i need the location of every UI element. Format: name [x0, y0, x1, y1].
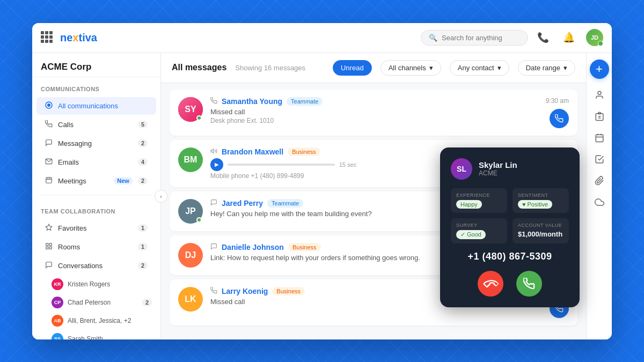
svg-rect-10	[46, 247, 48, 249]
right-sidebar: +	[586, 53, 612, 339]
filter-unread-btn[interactable]: Unread	[333, 60, 372, 76]
sub-item-kristen[interactable]: KR Kristen Rogers	[32, 275, 160, 293]
all-comms-label: All communications	[58, 102, 148, 110]
bell-icon[interactable]: 🔔	[560, 29, 577, 46]
messaging-label: Messaging	[58, 139, 133, 147]
larry-type-icon	[210, 287, 217, 295]
brandon-play-btn[interactable]: ▶	[210, 158, 223, 171]
favorites-label: Favorites	[58, 224, 133, 232]
search-icon: 🔍	[429, 34, 437, 42]
sidebar-item-all-communications[interactable]: All communications	[36, 97, 156, 115]
user-avatar-nav[interactable]: JD	[586, 29, 603, 46]
conversations-label: Conversations	[58, 262, 133, 270]
phone-icon[interactable]: 📞	[535, 29, 552, 46]
popup-decline-btn[interactable]	[478, 271, 503, 297]
samantha-online-dot	[196, 115, 202, 121]
sarah-label: Sarah Smith	[68, 335, 103, 339]
sidebar-account-name: ACME Corp	[32, 53, 160, 77]
svg-marker-7	[46, 224, 52, 230]
cloud-icon-btn[interactable]	[590, 193, 609, 212]
all-comms-icon	[45, 101, 53, 110]
popup-phone: +1 (480) 867-5309	[451, 251, 569, 262]
sidebar-item-messaging[interactable]: Messaging 2	[36, 135, 156, 152]
sidebar-collapse-btn[interactable]: ‹	[155, 190, 167, 203]
sidebar-item-favorites[interactable]: Favorites 1	[36, 219, 156, 237]
sidebar-item-conversations[interactable]: Conversations 2	[36, 257, 156, 275]
team-collab-section-title: Team collaboration	[32, 200, 160, 219]
grid-menu-icon[interactable]	[41, 31, 54, 44]
clipboard-icon-btn[interactable]	[590, 107, 609, 126]
jared-type-icon	[210, 199, 217, 208]
filter-contact-btn[interactable]: Any contact ▾	[450, 60, 509, 76]
danielle-avatar: DJ	[178, 243, 203, 268]
sidebar-item-rooms[interactable]: Rooms 1	[36, 238, 156, 256]
jared-online-dot	[196, 217, 202, 223]
danielle-type-icon	[210, 243, 217, 252]
add-btn[interactable]: +	[590, 60, 609, 79]
sarah-avatar: SS	[52, 333, 63, 339]
popup-actions	[451, 271, 569, 297]
larry-name: Larry Koenig	[222, 287, 268, 295]
popup-sentiment-label: SENTIMENT	[518, 193, 564, 198]
popup-survey-value: ✓ Good	[456, 230, 502, 239]
content-header: All messages Showing 16 messages Unread …	[161, 53, 586, 83]
popup-user-info: Skylar Lin ACME	[479, 160, 517, 177]
filter-contact-label: Any contact	[458, 64, 494, 72]
search-input[interactable]	[442, 34, 520, 42]
showing-count: Showing 16 messages	[235, 64, 305, 72]
checklist-icon-btn[interactable]	[590, 150, 609, 169]
sub-item-sarah[interactable]: SS Sarah Smith	[32, 330, 160, 339]
favorites-icon	[45, 224, 53, 233]
svg-rect-18	[596, 135, 603, 142]
samantha-call-btn[interactable]	[550, 109, 569, 128]
chad-avatar: CP	[52, 297, 63, 308]
logo: nextiva	[60, 31, 97, 45]
svg-rect-15	[596, 113, 603, 120]
filter-channels-btn[interactable]: All channels ▾	[380, 60, 441, 76]
sidebar-divider	[41, 195, 152, 195]
svg-rect-3	[46, 177, 52, 183]
sub-item-chad[interactable]: CP Chad Peterson 2	[32, 293, 160, 312]
popup-survey-cell: SURVEY ✓ Good	[451, 218, 507, 243]
filter-date-chevron: ▾	[564, 64, 567, 72]
call-popup: SL Skylar Lin ACME EXPERIENCE Happy SENT…	[440, 147, 580, 307]
svg-point-13	[598, 91, 601, 94]
search-bar[interactable]: 🔍	[421, 30, 528, 46]
popup-sentiment-value: ♥ Positive	[518, 200, 564, 209]
samantha-sub: Desk phone Ext. 1010	[210, 117, 538, 124]
brandon-tag: Business	[288, 147, 320, 156]
calendar-icon-btn[interactable]	[590, 128, 609, 147]
brandon-type-icon	[210, 147, 217, 156]
chad-label: Chad Peterson	[68, 299, 111, 306]
popup-experience-cell: EXPERIENCE Happy	[451, 188, 507, 213]
alli-label: Alli, Brent, Jessica, +2	[68, 317, 131, 324]
svg-rect-8	[46, 243, 48, 245]
conversations-icon	[45, 261, 53, 270]
sidebar-item-emails[interactable]: Emails 4	[36, 153, 156, 171]
samantha-name: Samantha Young	[222, 97, 282, 106]
content-title: All messages	[172, 63, 226, 72]
popup-accept-btn[interactable]	[516, 271, 542, 297]
attachment-icon-btn[interactable]	[590, 171, 609, 190]
popup-experience-value: Happy	[456, 200, 502, 209]
contacts-icon-btn[interactable]	[590, 85, 609, 105]
alli-avatar: AB	[52, 315, 63, 327]
sidebar-wrapper: ACME Corp Communications All communicati…	[32, 53, 161, 339]
sidebar-item-meetings[interactable]: Meetings New 2	[36, 172, 156, 190]
brandon-voice-sec: 15 sec	[339, 161, 356, 168]
brandon-avatar: BM	[178, 147, 203, 172]
message-card-samantha[interactable]: SY Samantha Young Teammate Missed call D	[170, 90, 577, 136]
favorites-badge: 1	[138, 224, 148, 232]
sidebar-item-calls[interactable]: Calls 5	[36, 116, 156, 134]
sub-item-alli[interactable]: AB Alli, Brent, Jessica, +2	[32, 312, 160, 330]
samantha-tag: Teammate	[287, 97, 323, 106]
popup-grid: EXPERIENCE Happy SENTIMENT ♥ Positive SU…	[451, 188, 569, 243]
popup-sentiment-cell: SENTIMENT ♥ Positive	[513, 188, 569, 213]
filter-date-label: Date range	[526, 64, 560, 72]
calls-label: Calls	[58, 121, 133, 129]
larry-avatar: LK	[178, 287, 203, 312]
popup-account-cell: ACCOUNT VALUE $1,000/month	[513, 218, 569, 243]
calls-icon	[45, 120, 53, 129]
filter-date-btn[interactable]: Date range ▾	[518, 60, 575, 76]
sidebar: ACME Corp Communications All communicati…	[32, 53, 161, 339]
